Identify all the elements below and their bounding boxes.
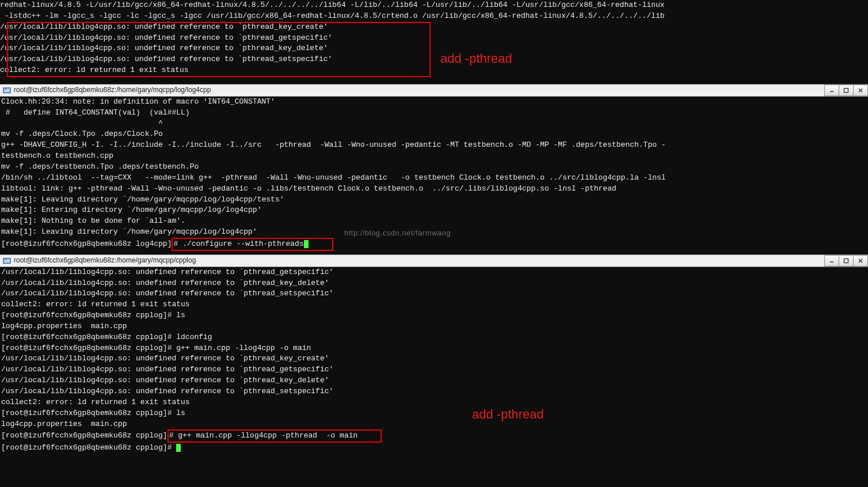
shell-line: [root@izuf6fcchx6gp8qbemku68z cpplog]# l… <box>1 310 867 321</box>
maximize-button[interactable] <box>839 255 854 267</box>
close-button[interactable] <box>853 85 868 96</box>
command-highlight-box: # ./configure --with-pthreads <box>172 238 333 251</box>
ls-output: log4cpp.properties main.cpp <box>1 321 867 332</box>
shell-line: [root@izuf6fcchx6gp8qbemku68z cpplog]# l… <box>1 408 867 419</box>
linker-error: /usr/local/lib/liblog4cpp.so: undefined … <box>1 386 867 397</box>
shell-prompt: [root@izuf6fcchx6gp8qbemku68z log4cpp] <box>1 239 172 248</box>
close-button[interactable] <box>853 255 868 267</box>
command-highlight-box: # g++ main.cpp -llog4cpp -pthread -o mai… <box>167 429 382 443</box>
shell-prompt-line[interactable]: [root@izuf6fcchx6gp8qbemku68z cpplog]# <box>1 443 867 454</box>
linker-error: /usr/local/lib/liblog4cpp.so: undefined … <box>1 267 867 278</box>
linker-error: /usr/local/lib/liblog4cpp.so: undefined … <box>0 22 867 33</box>
linker-error: collect2: error: ld returned 1 exit stat… <box>1 397 867 408</box>
cursor <box>176 444 181 452</box>
linker-error: collect2: error: ld returned 1 exit stat… <box>0 65 867 76</box>
putty-icon <box>2 86 12 95</box>
ls-output: log4cpp.properties main.cpp <box>1 419 867 430</box>
compile-line: -lstdc++ -lm -lgcc_s -lgcc -lc -lgcc_s -… <box>0 11 867 22</box>
terminal-body-2[interactable]: /usr/local/lib/liblog4cpp.so: undefined … <box>0 267 868 454</box>
build-output: g++ -DHAVE_CONFIG_H -I. -I../include -I.… <box>1 140 867 151</box>
build-output: mv -f .deps/testbench.Tpo .deps/testbenc… <box>1 162 867 173</box>
linker-error: /usr/local/lib/liblog4cpp.so: undefined … <box>0 43 867 54</box>
linker-error: /usr/local/lib/liblog4cpp.so: undefined … <box>0 54 867 65</box>
build-output: make[1]: Leaving directory `/home/gary/m… <box>1 195 867 206</box>
linker-error: /usr/local/lib/liblog4cpp.so: undefined … <box>1 278 867 289</box>
linker-error: /usr/local/lib/liblog4cpp.so: undefined … <box>0 33 867 44</box>
build-output: testbench.o testbench.cpp <box>1 151 867 162</box>
minimize-button[interactable] <box>824 255 839 267</box>
truncated-line <box>0 76 867 84</box>
shell-line: [root@izuf6fcchx6gp8qbemku68z cpplog]# g… <box>1 343 867 354</box>
shell-prompt: [root@izuf6fcchx6gp8qbemku68z cpplog]# <box>1 443 176 452</box>
linker-error: /usr/local/lib/liblog4cpp.so: undefined … <box>1 288 867 299</box>
window-titlebar-2[interactable]: root@izuf6fcchx6gp8qbemku68z:/home/gary/… <box>0 254 868 267</box>
build-output: make[1]: Entering directory `/home/gary/… <box>1 205 867 216</box>
shell-prompt-line[interactable]: [root@izuf6fcchx6gp8qbemku68z log4cpp]# … <box>1 238 867 251</box>
putty-icon <box>2 256 12 265</box>
annotation-add-pthread: add -pthread <box>440 50 512 68</box>
svg-rect-11 <box>844 258 848 262</box>
linker-error: /usr/local/lib/liblog4cpp.so: undefined … <box>1 375 867 386</box>
window-titlebar-1[interactable]: root@izuf6fcchx6gp8qbemku68z:/home/gary/… <box>0 84 868 97</box>
window-title: root@izuf6fcchx6gp8qbemku68z:/home/gary/… <box>14 85 211 95</box>
shell-line: [root@izuf6fcchx6gp8qbemku68z cpplog]# l… <box>1 332 867 343</box>
cursor <box>304 240 309 248</box>
minimize-button[interactable] <box>824 85 839 96</box>
shell-prompt-line[interactable]: [root@izuf6fcchx6gp8qbemku68z cpplog]# g… <box>1 429 867 443</box>
top-terminal-fragment: redhat-linux/4.8.5 -L/usr/lib/gcc/x86_64… <box>0 0 868 84</box>
maximize-button[interactable] <box>839 85 854 96</box>
window-title: root@izuf6fcchx6gp8qbemku68z:/home/gary/… <box>14 256 196 265</box>
svg-rect-4 <box>844 88 848 92</box>
shell-command: # ./configure --with-pthreads <box>173 239 303 248</box>
annotation-add-pthread: add -pthread <box>472 405 544 424</box>
macro-def: # define INT64_CONSTANT(val) (val##LL) <box>1 108 867 119</box>
caret-indicator: ^ <box>1 119 867 130</box>
linker-error: collect2: error: ld returned 1 exit stat… <box>1 299 867 310</box>
compiler-note: Clock.hh:20:34: note: in definition of m… <box>1 97 867 108</box>
build-output: libtool: link: g++ -pthread -Wall -Wno-u… <box>1 184 867 195</box>
build-output: mv -f .deps/Clock.Tpo .deps/Clock.Po <box>1 129 867 140</box>
linker-error: /usr/local/lib/liblog4cpp.so: undefined … <box>1 364 867 375</box>
build-output: /bin/sh ../libtool --tag=CXX --mode=link… <box>1 173 867 184</box>
compile-line: redhat-linux/4.8.5 -L/usr/lib/gcc/x86_64… <box>0 0 867 11</box>
terminal-body-1[interactable]: Clock.hh:20:34: note: in definition of m… <box>0 97 868 251</box>
build-output: make[1]: Nothing to be done for `all-am'… <box>1 216 867 227</box>
svg-rect-2 <box>5 89 7 89</box>
watermark: http://blog.csdn.net/farmwang <box>344 228 451 239</box>
shell-command: # g++ main.cpp -llog4cpp -pthread -o mai… <box>169 431 358 440</box>
linker-error: /usr/local/lib/liblog4cpp.so: undefined … <box>1 353 867 364</box>
shell-prompt: [root@izuf6fcchx6gp8qbemku68z cpplog] <box>1 431 167 440</box>
svg-rect-9 <box>5 259 7 260</box>
